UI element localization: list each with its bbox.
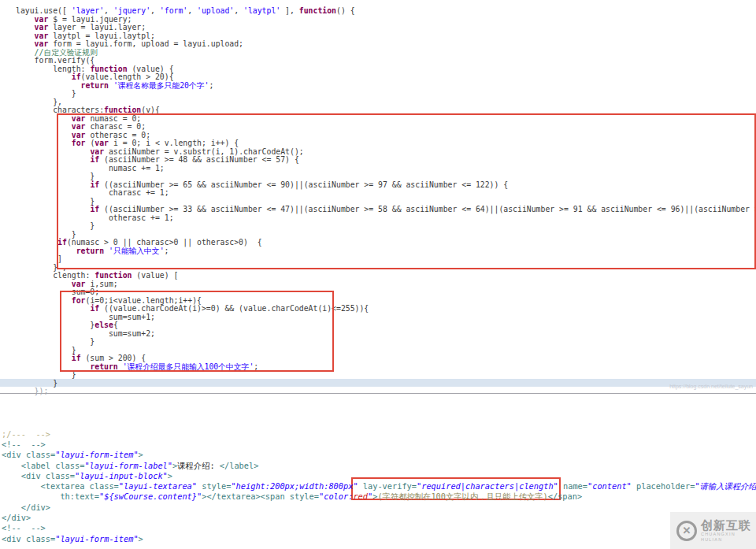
code-token: <div class= (2, 534, 55, 543)
code-line: <div class="layui-input-block"> (2, 471, 756, 481)
screenshot-root: ' ' ' ' ' ' ' ' layui.use([ 'layer', 'jq… (0, 0, 756, 549)
code-token: $ = layui.jquery; (48, 15, 132, 24)
code-token: "layui-form-item" (55, 534, 138, 543)
code-token: "layui-input-block" (75, 471, 168, 480)
code-line: } (16, 371, 756, 380)
code-token: (字符都控制在100文字以内，且只能上传文字) (377, 492, 547, 501)
code-token: "content" (587, 481, 632, 491)
brand-name-cn: 创新互联 (701, 519, 756, 532)
code-token: var (35, 39, 49, 48)
code-token: }, (16, 98, 62, 106)
code-token: () { (336, 6, 355, 15)
code-token: 'layer' (72, 6, 104, 15)
code-token: function (90, 65, 127, 73)
clipped-code-line-top: ' ' ' ' ' ' ' ' (57, 0, 219, 6)
separator-line (0, 393, 756, 394)
code-line: </div> (2, 513, 756, 523)
code-token (16, 81, 81, 90)
code-token: form = layui.form, upload = layui.upload… (48, 39, 243, 48)
code-token: <label class= (2, 461, 84, 470)
code-token: 'form' (160, 6, 187, 15)
code-token: "请输入课程介绍" (695, 481, 756, 491)
code-token: 'laytpl' (243, 6, 280, 15)
code-token: clength: (16, 271, 94, 280)
code-token: <!-- --> (2, 440, 46, 449)
code-line: //自定义验证规则 (16, 49, 756, 57)
code-token: "${swCourse.content}" (99, 492, 202, 501)
code-line: } (16, 90, 756, 98)
code-line: </div> (2, 503, 756, 513)
code-token (16, 32, 35, 40)
code-token: "color: (319, 492, 353, 501)
code-token: style= (197, 481, 231, 491)
annotation-box-clength-loop (60, 291, 334, 372)
code-line: } (16, 380, 756, 388)
watermark-url-text: https://blog.csdn.net/teilute_sayun (669, 384, 753, 389)
code-token: </div> (2, 503, 50, 512)
code-token: function (299, 6, 336, 15)
code-token: var (72, 280, 86, 288)
code-line: <textarea class="layui-textarea" style="… (2, 481, 756, 492)
code-line: clength: function (value) [ (16, 272, 756, 280)
code-token: } (16, 379, 57, 388)
brand-logo-texts: 创新互联 CHUANGXIN HULIAN (701, 519, 756, 543)
code-token: </span> (548, 492, 582, 501)
code-token: var (35, 32, 49, 40)
code-token: > (139, 534, 143, 543)
code-token: </div> (2, 513, 31, 522)
annotation-box-characters-function (57, 113, 756, 269)
code-line: <div class="layui-form-item"> (2, 534, 756, 544)
code-token: layer = layui.layer; (48, 23, 146, 32)
code-token: return (81, 81, 109, 90)
code-token: > (168, 471, 172, 480)
code-token (16, 238, 57, 247)
code-token: "layui-form-label" (84, 461, 172, 470)
code-token: <div class= (2, 450, 55, 459)
code-token: } (16, 89, 76, 98)
code-token: , (187, 6, 197, 15)
code-line: <!-- --> (2, 440, 756, 450)
code-token: function (94, 271, 132, 280)
code-token: form.verify({ (16, 56, 94, 65)
code-line: return '课程名称最多只能20个字'; (16, 82, 756, 91)
code-token: "required|characters|clength" (417, 481, 558, 491)
code-token: , (150, 6, 160, 15)
code-token: //自定义验证规则 (16, 48, 98, 57)
code-token: ] (16, 254, 62, 263)
code-token: red (353, 492, 368, 501)
code-line: <div class="layui-form-item"> (2, 450, 756, 460)
code-token: , (104, 6, 113, 15)
code-token: "layui-textarea" (119, 481, 197, 491)
code-token: 'jquery' (113, 6, 150, 15)
brand-logo-box: ✕ 创新互联 CHUANGXIN HULIAN (670, 512, 756, 549)
code-token: var (35, 15, 49, 24)
code-token: ; (209, 81, 213, 90)
code-token: <!-- --> (2, 523, 46, 532)
brand-name-en: CHUANGXIN HULIAN (701, 532, 756, 543)
code-token (16, 280, 72, 288)
code-token: <div class= (2, 471, 75, 480)
code-line: }); (16, 388, 756, 396)
code-token (16, 15, 35, 24)
code-token: "layui-form-item" (55, 450, 138, 459)
faint-comment-remnant: ;/--- --> (2, 429, 50, 439)
code-token: (value.length > 20){ (81, 72, 174, 81)
code-token: if (72, 72, 81, 81)
code-token: layui.use([ (16, 6, 72, 15)
code-token: </label> (220, 461, 259, 470)
code-token: 'upload' (197, 6, 234, 15)
code-line: <label class="layui-form-label">课程介绍: </… (2, 461, 756, 471)
code-token: "height:200px;width:800px" (231, 481, 358, 491)
code-token (16, 72, 72, 81)
code-token: i,sum; (85, 280, 117, 288)
code-token: ></textarea><span style= (202, 492, 319, 501)
code-token: , (234, 6, 243, 15)
code-token: th:text= (2, 492, 99, 501)
code-token: lay-verify= (358, 481, 417, 491)
code-token: name= (558, 481, 587, 491)
clipped-code-text: ' ' ' ' ' ' ' ' (57, 0, 219, 5)
code-token: ], (280, 6, 299, 15)
code-line: var i,sum; (16, 280, 756, 289)
code-token: (value) { (128, 65, 174, 73)
code-token: 课程介绍: (177, 461, 220, 470)
